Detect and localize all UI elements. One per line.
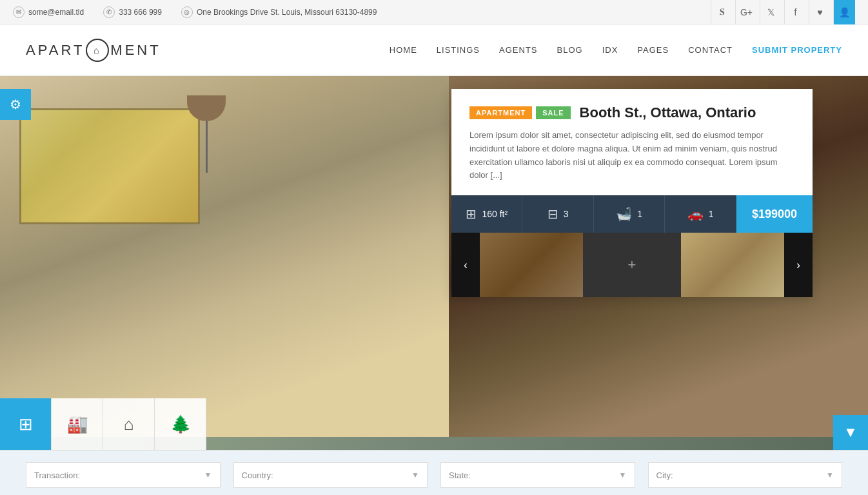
- property-thumbnails: ‹ + ›: [451, 233, 813, 297]
- thumbnail-1[interactable]: [480, 233, 583, 297]
- nav-submit-property[interactable]: SUBMIT PROPERTY: [752, 45, 842, 55]
- tag-sale: SALE: [536, 106, 570, 119]
- top-bar: ✉ some@email.tld ✆ 333 666 999 ◎ One Bro…: [0, 0, 868, 24]
- social-links: 𝐒 G+ 𝕏 f ♥ 👤: [711, 0, 855, 24]
- filter-dropdowns-row: Transaction: ▼ Country: ▼ State: ▼ City:…: [26, 462, 842, 488]
- rooms-icon: ⊟: [547, 206, 558, 222]
- scroll-down-button[interactable]: ▼: [833, 415, 868, 450]
- property-stats-bar: ⊞ 160 ft² ⊟ 3 🛁 1 🚗 1 $199000: [451, 195, 813, 233]
- logo-icon: ⌂: [86, 39, 109, 62]
- filter-house-button[interactable]: ⌂: [103, 398, 155, 450]
- property-tags: APARTMENT SALE Booth St., Ottawa, Ontari…: [469, 104, 794, 121]
- wall-map-decoration: [19, 108, 200, 224]
- lamp-decoration: [187, 95, 226, 173]
- stat-area: ⊞ 160 ft²: [451, 195, 522, 233]
- facebook-icon[interactable]: f: [784, 0, 806, 24]
- thumb-next-button[interactable]: ›: [784, 233, 813, 297]
- country-arrow: ▼: [411, 471, 419, 480]
- tag-apartment: APARTMENT: [469, 106, 532, 119]
- search-filter-bar: Transaction: ▼ Country: ▼ State: ▼ City:…: [0, 450, 868, 495]
- heart-icon[interactable]: ♥: [809, 0, 831, 24]
- thumb-prev-button[interactable]: ‹: [451, 233, 480, 297]
- property-card: APARTMENT SALE Booth St., Ottawa, Ontari…: [451, 89, 813, 297]
- stat-bathrooms: 🛁 1: [594, 195, 665, 233]
- nav-home[interactable]: HOME: [390, 45, 417, 55]
- address-text: One Brookings Drive St. Louis, Missouri …: [197, 8, 377, 17]
- car-icon: 🚗: [687, 206, 704, 222]
- city-select[interactable]: City: ▼: [648, 462, 843, 488]
- thumb-add-button[interactable]: +: [583, 233, 681, 297]
- phone-icon: ✆: [103, 6, 115, 18]
- logo-text-2: MENT: [110, 42, 161, 59]
- filter-land-button[interactable]: 🌲: [155, 398, 206, 450]
- nav-contact[interactable]: CONTACT: [688, 45, 733, 55]
- nav-blog[interactable]: BLOG: [557, 45, 583, 55]
- email-text: some@email.tld: [28, 8, 84, 17]
- property-type-filters: ⊞ 🏭 ⌂ 🌲: [0, 398, 206, 450]
- state-select[interactable]: State: ▼: [440, 462, 635, 488]
- property-title: Booth St., Ottawa, Ontario: [580, 104, 756, 121]
- stat-rooms-value: 3: [564, 209, 569, 219]
- stat-parking-value: 1: [709, 209, 714, 219]
- thumbnail-2[interactable]: [681, 233, 784, 297]
- phone-text: 333 666 999: [119, 8, 162, 17]
- user-icon[interactable]: 👤: [833, 0, 855, 24]
- nav-pages[interactable]: PAGES: [637, 45, 669, 55]
- property-description: Lorem ipsum dolor sit amet, consectetur …: [469, 129, 794, 182]
- nav-idx[interactable]: IDX: [602, 45, 618, 55]
- stat-rooms: ⊟ 3: [522, 195, 593, 233]
- state-arrow: ▼: [619, 471, 627, 480]
- city-label: City:: [656, 471, 673, 480]
- stat-bathrooms-value: 1: [637, 209, 642, 219]
- email-icon: ✉: [13, 6, 25, 18]
- phone-contact: ✆ 333 666 999: [103, 6, 162, 18]
- area-icon: ⊞: [466, 206, 477, 222]
- transaction-label: Transaction:: [34, 471, 80, 480]
- main-nav: HOME LISTINGS AGENTS BLOG IDX PAGES CONT…: [390, 45, 842, 55]
- hero-section: ⚙ APARTMENT SALE Booth St., Ottawa, Onta…: [0, 76, 868, 450]
- stat-parking: 🚗 1: [665, 195, 736, 233]
- stat-area-value: 160 ft²: [482, 209, 508, 219]
- nav-agents[interactable]: AGENTS: [499, 45, 537, 55]
- state-label: State:: [449, 471, 471, 480]
- country-select[interactable]: Country: ▼: [233, 462, 428, 488]
- header: APART ⌂ MENT HOME LISTINGS AGENTS BLOG I…: [0, 24, 868, 76]
- logo[interactable]: APART ⌂ MENT: [26, 39, 161, 62]
- email-contact: ✉ some@email.tld: [13, 6, 84, 18]
- filter-commercial-button[interactable]: 🏭: [52, 398, 103, 450]
- city-arrow: ▼: [826, 471, 834, 480]
- logo-text-1: APART: [26, 42, 84, 59]
- address-contact: ◎ One Brookings Drive St. Louis, Missour…: [181, 6, 377, 18]
- settings-button[interactable]: ⚙: [0, 89, 31, 120]
- skype-icon[interactable]: 𝐒: [711, 0, 733, 24]
- hero-image-bedroom: [0, 76, 451, 437]
- country-label: Country:: [242, 471, 273, 480]
- filter-apartment-button[interactable]: ⊞: [0, 398, 52, 450]
- nav-listings[interactable]: LISTINGS: [437, 45, 480, 55]
- bath-icon: 🛁: [616, 206, 632, 222]
- twitter-icon[interactable]: 𝕏: [760, 0, 782, 24]
- google-plus-icon[interactable]: G+: [735, 0, 757, 24]
- transaction-select[interactable]: Transaction: ▼: [26, 462, 221, 488]
- location-icon: ◎: [181, 6, 193, 18]
- transaction-arrow: ▼: [204, 471, 212, 480]
- property-price[interactable]: $199000: [736, 195, 813, 233]
